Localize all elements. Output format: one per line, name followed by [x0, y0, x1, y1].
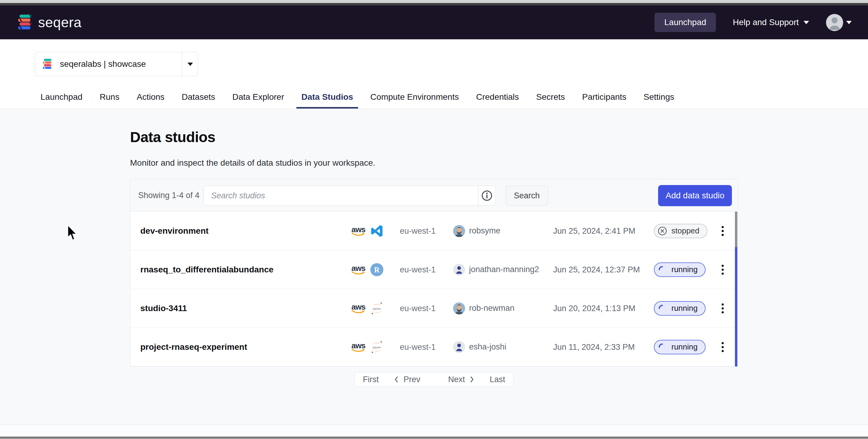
scrollbar-track	[735, 247, 737, 367]
status-badge: running	[654, 262, 706, 277]
studio-created-date: Jun 11, 2024, 2:33 PM	[553, 342, 635, 352]
tab-bar: LaunchpadRunsActionsDatasetsData Explore…	[40, 90, 674, 108]
svg-text:jupyter: jupyter	[372, 346, 381, 349]
aws-icon: aws	[350, 342, 366, 352]
aws-icon: aws	[350, 226, 366, 236]
main-content: Data studios Monitor and inspect the det…	[0, 109, 868, 425]
top-navbar: seqera Launchpad Help and Support	[0, 5, 868, 39]
scrollbar-thumb[interactable]	[735, 212, 737, 247]
rstudio-icon: R	[370, 263, 384, 277]
add-data-studio-button[interactable]: Add data studio	[658, 185, 732, 206]
studio-user: jonathan-manning2	[453, 264, 539, 276]
workspace-dropdown-button[interactable]	[182, 52, 198, 76]
running-spinner-icon	[657, 342, 667, 352]
studio-user: esha-joshi	[453, 341, 506, 353]
status-badge: running	[654, 301, 706, 316]
user-avatar-icon	[453, 264, 465, 276]
status-badge: stopped	[654, 224, 707, 238]
studio-environment: awsjupyter	[350, 340, 384, 354]
running-spinner-icon	[657, 304, 667, 313]
stopped-icon	[657, 226, 667, 236]
row-menu-button[interactable]	[716, 301, 729, 316]
table-body: dev-environmentawseu-west-1robsymeJun 25…	[130, 212, 738, 367]
user-avatar-icon	[453, 225, 465, 237]
status-label: stopped	[672, 226, 700, 236]
table-scrollbar[interactable]	[735, 212, 737, 367]
workspace-logo-icon	[42, 58, 53, 70]
row-menu-button[interactable]	[716, 223, 729, 238]
user-avatar-icon	[826, 14, 843, 31]
status-label: running	[672, 304, 698, 313]
studio-name-link[interactable]: rnaseq_to_differentialabundance	[140, 265, 273, 275]
chevron-down-icon	[846, 21, 852, 24]
row-menu-button[interactable]	[716, 340, 729, 354]
pagination-last[interactable]: Last	[482, 373, 513, 386]
pagination-prev[interactable]: Prev	[386, 373, 428, 386]
studio-name-link[interactable]: studio-3411	[140, 304, 187, 313]
tab-compute-environments[interactable]: Compute Environments	[371, 90, 459, 108]
tab-credentials[interactable]: Credentials	[476, 90, 519, 108]
studio-environment: awsR	[350, 263, 384, 277]
studio-region: eu-west-1	[400, 226, 436, 236]
user-name: rob-newman	[469, 304, 515, 313]
search-input[interactable]	[204, 191, 478, 200]
pagination-first[interactable]: First	[355, 373, 386, 386]
info-icon[interactable]	[478, 190, 495, 201]
user-menu[interactable]	[826, 14, 852, 31]
studio-row: project-rnaseq-experimentawsjupytereu-we…	[130, 328, 738, 367]
studio-user: rob-newman	[453, 302, 515, 314]
seqera-logo[interactable]: seqera	[16, 14, 82, 31]
chevron-down-icon	[187, 63, 193, 66]
aws-icon: aws	[350, 264, 366, 275]
pagination-page-1[interactable]: 1	[428, 373, 441, 386]
user-avatar-icon	[453, 341, 465, 353]
pagination-prev-label: Prev	[403, 375, 421, 384]
tab-participants[interactable]: Participants	[582, 90, 626, 108]
user-name: jonathan-manning2	[469, 265, 539, 274]
window-top-strip	[0, 0, 868, 3]
row-menu-button[interactable]	[716, 262, 729, 277]
studio-region: eu-west-1	[400, 304, 436, 313]
workspace-selector[interactable]: seqeralabs | showcase	[35, 52, 198, 76]
studio-region: eu-west-1	[400, 342, 436, 352]
studio-environment: awsjupyter	[350, 302, 384, 315]
studio-name-link[interactable]: project-rnaseq-experiment	[140, 342, 247, 352]
page-subtitle: Monitor and inspect the details of data …	[130, 158, 375, 168]
running-spinner-icon	[657, 265, 667, 275]
studio-environment: aws	[350, 224, 384, 238]
search-button[interactable]: Search	[506, 186, 548, 206]
chevron-down-icon	[804, 21, 809, 24]
status-badge: running	[654, 340, 706, 354]
launchpad-button[interactable]: Launchpad	[654, 13, 716, 32]
vscode-icon	[370, 224, 384, 238]
brand-wordmark: seqera	[38, 14, 82, 31]
tab-data-explorer[interactable]: Data Explorer	[232, 90, 284, 108]
tab-secrets[interactable]: Secrets	[536, 90, 565, 108]
page-title: Data studios	[130, 129, 215, 146]
chevron-left-icon	[394, 376, 399, 383]
pagination-next[interactable]: Next	[441, 373, 482, 386]
studio-created-date: Jun 25, 2024, 2:41 PM	[553, 226, 636, 236]
showing-count: Showing 1-4 of 4	[138, 191, 199, 200]
tab-datasets[interactable]: Datasets	[182, 90, 215, 108]
user-name: esha-joshi	[469, 342, 506, 352]
tab-settings[interactable]: Settings	[644, 90, 674, 108]
svg-text:R: R	[374, 265, 379, 274]
studio-user: robsyme	[453, 225, 500, 237]
studios-table: Showing 1-4 of 4 Search Add data studio …	[130, 179, 738, 367]
user-name: robsyme	[469, 226, 500, 236]
status-label: running	[672, 342, 698, 352]
tab-runs[interactable]: Runs	[100, 90, 120, 108]
studio-region: eu-west-1	[400, 265, 436, 274]
workspace-header: seqeralabs | showcase LaunchpadRunsActio…	[0, 39, 868, 109]
aws-icon: aws	[350, 303, 366, 314]
studio-row: dev-environmentawseu-west-1robsymeJun 25…	[130, 212, 738, 250]
studio-created-date: Jun 25, 2024, 12:37 PM	[553, 265, 640, 274]
tab-actions[interactable]: Actions	[137, 90, 164, 108]
tab-data-studios[interactable]: Data Studios	[297, 90, 358, 108]
user-avatar-icon	[453, 302, 465, 314]
window-top-edge	[0, 3, 868, 5]
studio-name-link[interactable]: dev-environment	[140, 226, 209, 236]
tab-launchpad[interactable]: Launchpad	[40, 90, 83, 108]
help-and-support-menu[interactable]: Help and Support	[733, 18, 809, 27]
